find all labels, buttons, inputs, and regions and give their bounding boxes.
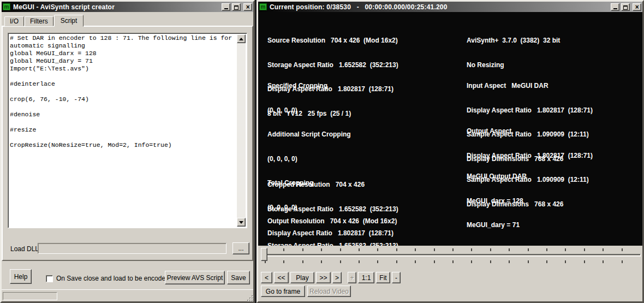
help-button[interactable]: Help	[10, 269, 32, 284]
script-editor: # Set DAR in encoder to 128 : 71. The fo…	[8, 33, 247, 228]
megui-logo-icon: m	[259, 3, 267, 10]
seek-track[interactable]	[261, 254, 641, 257]
scroll-down-button[interactable]	[237, 218, 246, 227]
seek-thumb[interactable]	[261, 248, 267, 261]
transport-controls: < << Play >> > + 1:1 Fit -	[261, 272, 401, 283]
overlay-output-resolution: Output Resolution 704 x 426 (Mod 16x2) S…	[267, 201, 398, 246]
preview-titlebar[interactable]: m Current position: 0/38530 - 00:00:00.0…	[258, 2, 642, 12]
arrow-up-icon	[239, 38, 243, 40]
save-button[interactable]: Save	[227, 271, 250, 284]
minimize-icon	[224, 8, 228, 9]
status-panel	[3, 292, 57, 300]
script-tab-page: # Set DAR in encoder to 128 : 71. The fo…	[2, 26, 253, 261]
close-button[interactable]: ×	[633, 3, 641, 11]
on-save-checkbox[interactable]	[46, 275, 53, 282]
script-creator-window: m MeGUI - AviSynth script creator × I/O …	[0, 0, 255, 303]
tab-io[interactable]: I/O	[4, 16, 24, 26]
zoom-out-button[interactable]: -	[392, 272, 401, 283]
status-bar	[2, 289, 253, 301]
tab-filters[interactable]: Filters	[25, 16, 53, 26]
seek-ticks-bottom	[265, 260, 640, 263]
previous-frame-button[interactable]: <	[261, 272, 272, 283]
current-position-title: Current position: 0/38530 - 00:00:00.000…	[269, 3, 609, 11]
seek-ticks-top	[265, 248, 640, 251]
actual-size-button[interactable]: 1:1	[358, 272, 374, 283]
play-button[interactable]: Play	[290, 272, 314, 283]
scroll-up-button[interactable]	[237, 34, 246, 43]
zoom-in-button[interactable]: +	[348, 272, 356, 283]
close-icon: ×	[635, 4, 639, 10]
megui-logo-icon: m	[3, 3, 10, 10]
seek-bar	[258, 246, 642, 272]
load-dll-input[interactable]	[38, 243, 226, 254]
minimize-button[interactable]	[222, 3, 230, 11]
maximize-icon	[234, 5, 238, 10]
spacer	[343, 272, 346, 283]
tab-strip: I/O Filters Script	[4, 14, 84, 26]
script-editor-text[interactable]: # Set DAR in encoder to 128 : 71. The fo…	[10, 34, 236, 227]
next-frame-button[interactable]: >	[332, 272, 342, 283]
minimize-icon	[613, 8, 617, 9]
load-dll-label: Load DLL	[10, 245, 39, 253]
script-scrollbar[interactable]	[237, 34, 246, 227]
maximize-button[interactable]	[232, 3, 241, 11]
reload-video-button[interactable]: Reload Video	[307, 286, 351, 297]
close-button[interactable]: ×	[243, 3, 252, 11]
tab-script[interactable]: Script	[54, 15, 84, 27]
frame-controls: Go to frame Reload Video	[261, 286, 351, 297]
maximize-button[interactable]	[621, 3, 630, 11]
close-icon: ×	[246, 4, 249, 10]
on-save-checkbox-label[interactable]: On Save close and load to be encoded	[56, 275, 169, 282]
resize-grip[interactable]	[246, 294, 253, 301]
script-creator-title: MeGUI - AviSynth script creator	[12, 3, 220, 11]
jump-forward-button[interactable]: >>	[316, 272, 331, 283]
overlay-megui-output-dar: MeGUI Output DAR MeGUI_darx = 128 MeGUI_…	[467, 157, 527, 245]
script-creator-titlebar[interactable]: m MeGUI - AviSynth script creator ×	[2, 2, 253, 12]
video-preview-area: Source Resolution 704 x 426 (Mod 16x2) S…	[258, 12, 642, 246]
jump-back-button[interactable]: <<	[274, 272, 289, 283]
fit-button[interactable]: Fit	[376, 272, 390, 283]
minimize-button[interactable]	[611, 3, 619, 11]
maximize-icon	[623, 5, 628, 10]
load-dll-browse-button[interactable]: ...	[232, 242, 249, 254]
desktop: { "left_window": { "title": "MeGUI - Avi…	[0, 0, 644, 303]
go-to-frame-button[interactable]: Go to frame	[261, 286, 305, 297]
arrow-down-icon	[239, 221, 243, 224]
preview-avs-script-button[interactable]: Preview AVS Script	[165, 271, 225, 284]
video-preview-window: m Current position: 0/38530 - 00:00:00.0…	[257, 0, 644, 303]
